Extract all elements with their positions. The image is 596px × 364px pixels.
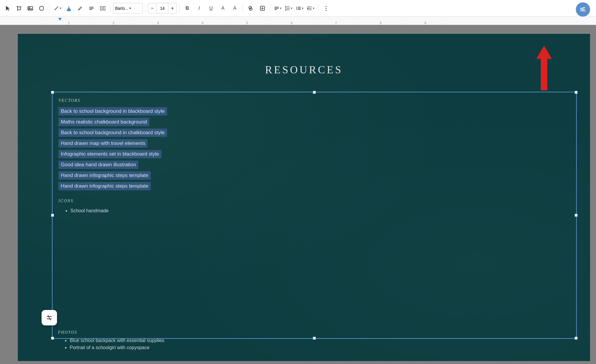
vector-item-3: Back to school background in chalkboard … — [58, 129, 167, 137]
icon-item-1: School handmade — [70, 208, 570, 214]
vector-item-4: Hand drawn map with travel elements — [58, 139, 148, 148]
align-dropdown-button[interactable]: ▾ — [273, 3, 283, 14]
indent-dropdown-button[interactable]: ▾ — [306, 3, 316, 14]
bold-button[interactable]: B — [182, 3, 193, 14]
not-equal-icon — [45, 314, 53, 322]
svg-rect-10 — [100, 7, 102, 10]
vector-item-5: Infographic elements set in blackboard s… — [58, 150, 161, 158]
avatar-initials: tE — [580, 7, 586, 13]
italic-button[interactable]: I — [194, 3, 205, 14]
crop-tool-button[interactable] — [14, 3, 24, 14]
font-size-display[interactable]: 14 — [156, 3, 168, 13]
icons-label: ICONS — [58, 199, 570, 203]
photos-list: Blue school backpack with essential supp… — [58, 338, 164, 350]
text-box[interactable]: VECTORS Back to school background in bla… — [52, 92, 577, 339]
vectors-label: VECTORS — [58, 98, 570, 103]
photos-section: PHOTOS Blue school backpack with essenti… — [52, 327, 170, 355]
sep-4 — [179, 4, 180, 12]
sep-7 — [318, 4, 318, 12]
font-selector[interactable]: Barlo... ▾ — [113, 3, 143, 14]
fill-tool-button[interactable] — [64, 3, 74, 14]
more-options-button[interactable]: ⋮ — [321, 3, 331, 14]
icons-section: ICONS School handmade — [58, 199, 570, 214]
slide-title: RESOURCES — [18, 64, 590, 76]
svg-point-25 — [297, 9, 297, 10]
image-tool-button[interactable] — [25, 3, 36, 14]
link-button[interactable] — [245, 3, 256, 14]
bottom-left-icon-button[interactable] — [42, 310, 57, 325]
tool-group-select — [2, 3, 47, 14]
handle-bottom-center[interactable] — [313, 337, 316, 340]
underline-button[interactable]: U — [206, 3, 216, 14]
handle-middle-left[interactable] — [51, 214, 54, 217]
sep-1 — [49, 4, 50, 12]
red-arrow-head — [536, 46, 552, 59]
vector-item-2: Maths realistic chalkboard background — [58, 118, 149, 126]
shape-tool-button[interactable] — [36, 3, 47, 14]
ruler-tab-marker — [58, 18, 62, 21]
slide-title-text: RESOURCES — [265, 64, 343, 76]
vector-item-7: Hand drawn infographic steps template — [58, 171, 151, 180]
line-tool-button[interactable]: ▾ — [52, 3, 63, 14]
handle-bottom-right[interactable] — [575, 337, 578, 340]
photos-label: PHOTOS — [58, 330, 164, 335]
photo-item-2: Portrait of a schoolgirl with copyspace — [70, 345, 164, 350]
svg-rect-11 — [103, 7, 105, 10]
font-size-control: − 14 + — [148, 3, 177, 14]
highlight-button[interactable]: A — [229, 3, 240, 14]
strikethrough-button[interactable]: A — [218, 3, 228, 14]
canvas-area: RESOURCES VECTORS Back to school backgro… — [0, 25, 596, 364]
svg-point-21 — [297, 7, 297, 7]
icons-list: School handmade — [58, 208, 570, 214]
handle-top-right[interactable] — [575, 91, 578, 94]
align-dropdown-icon: ▾ — [280, 7, 281, 10]
tool-group-draw: ▾ — [52, 3, 108, 14]
line-spacing-dropdown-icon: ▾ — [291, 7, 292, 10]
vector-item-1: Back to school background in blackboard … — [58, 107, 167, 115]
sep-3 — [145, 4, 145, 12]
list-dropdown-icon: ▾ — [302, 7, 303, 10]
font-size-increase-button[interactable]: + — [168, 3, 177, 13]
photo-item-1: Blue school backpack with essential supp… — [70, 338, 164, 343]
ruler: 1 2 3 4 5 6 7 8 9 — [0, 17, 596, 25]
svg-point-23 — [297, 8, 297, 9]
svg-point-5 — [39, 6, 44, 10]
sep-5 — [242, 4, 243, 12]
red-arrow-shaft — [541, 58, 547, 90]
select-tool-button[interactable] — [2, 3, 13, 14]
vector-item-6: Good idea hand drawn illustration — [58, 161, 138, 169]
vector-item-8: Hand drawn infographic steps template — [58, 182, 151, 190]
handle-middle-right[interactable] — [575, 214, 578, 217]
font-name-label: Barlo... — [115, 6, 128, 11]
text-align-button[interactable] — [86, 3, 97, 14]
line-spacing-dropdown-button[interactable]: ▾ — [284, 3, 294, 14]
insert-button[interactable] — [257, 3, 268, 14]
svg-rect-0 — [18, 7, 20, 10]
font-size-decrease-button[interactable]: − — [148, 3, 156, 13]
slide[interactable]: RESOURCES VECTORS Back to school backgro… — [18, 34, 590, 361]
columns-button[interactable] — [97, 3, 108, 14]
indent-dropdown-icon: ▾ — [313, 7, 314, 10]
handle-top-left[interactable] — [51, 91, 54, 94]
pen-tool-button[interactable] — [75, 3, 85, 14]
vectors-list: Back to school background in blackboard … — [58, 107, 570, 193]
sep-6 — [270, 4, 270, 12]
avatar[interactable]: tE — [576, 2, 590, 17]
svg-line-6 — [55, 7, 58, 10]
svg-line-32 — [48, 315, 50, 320]
sep-2 — [110, 4, 111, 12]
font-dropdown-icon: ▾ — [129, 7, 131, 10]
toolbar: ▾ Barlo... ▾ − 14 + B I U A A — [0, 0, 596, 17]
list-dropdown-button[interactable]: ▾ — [295, 3, 305, 14]
handle-top-center[interactable] — [313, 91, 316, 94]
text-content: VECTORS Back to school background in bla… — [53, 92, 576, 222]
